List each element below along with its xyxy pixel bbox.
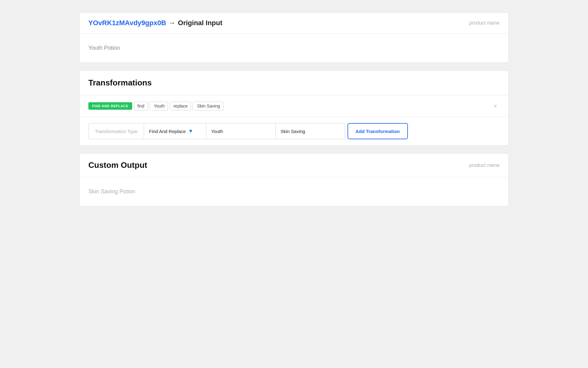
header-content: Youth Potion: [80, 34, 508, 62]
header-card: YOvRK1zMAvdy9gpx0B → Original Input prod…: [79, 12, 509, 63]
transformation-item: FIND AND REPLACE find Youth replace Skin…: [88, 102, 223, 110]
transformation-type-select[interactable]: Find And Replace ▼: [144, 123, 206, 139]
remove-transformation-button[interactable]: ×: [491, 102, 500, 110]
replace-group: replace Skin Saving: [170, 102, 223, 110]
output-header: Custom Output product name: [80, 154, 508, 177]
transformations-card: Transformations FIND AND REPLACE find Yo…: [79, 70, 509, 146]
find-group: find Youth: [134, 102, 168, 110]
header-row: YOvRK1zMAvdy9gpx0B → Original Input prod…: [80, 13, 508, 34]
header-link[interactable]: YOvRK1zMAvdy9gpx0B: [88, 19, 166, 27]
separator2: [192, 102, 193, 110]
product-name-value: Youth Potion: [88, 45, 120, 51]
transformation-type-value: Find And Replace: [149, 129, 186, 134]
replace-label: replace: [170, 102, 191, 110]
output-value: Skin Saving Potion: [88, 188, 135, 195]
chevron-down-icon: ▼: [188, 128, 193, 134]
arrow-icon: →: [169, 19, 175, 27]
replace-value: Skin Saving: [194, 102, 223, 110]
transformation-list-row: FIND AND REPLACE find Youth replace Skin…: [80, 95, 508, 117]
separator: [149, 102, 149, 110]
header-title: YOvRK1zMAvdy9gpx0B → Original Input: [88, 19, 222, 27]
replace-input[interactable]: [275, 123, 345, 139]
find-input[interactable]: [206, 123, 275, 139]
original-input-label: Original Input: [178, 19, 222, 27]
transformation-type-label: Transformation Type: [88, 123, 144, 139]
output-title: Custom Output: [88, 160, 147, 170]
output-content: Skin Saving Potion: [80, 177, 508, 206]
custom-output-card: Custom Output product name Skin Saving P…: [79, 153, 509, 206]
transformations-title: Transformations: [88, 78, 500, 88]
add-transformation-button[interactable]: Add Transformation: [348, 123, 408, 139]
find-label: find: [134, 102, 148, 110]
transformations-header: Transformations: [80, 71, 508, 95]
add-transformation-form: Transformation Type Find And Replace ▼ A…: [80, 117, 508, 145]
product-name-label: product name: [469, 20, 500, 26]
find-replace-badge: FIND AND REPLACE: [88, 102, 132, 110]
find-value: Youth: [151, 102, 168, 110]
output-product-name-label: product name: [469, 163, 500, 168]
